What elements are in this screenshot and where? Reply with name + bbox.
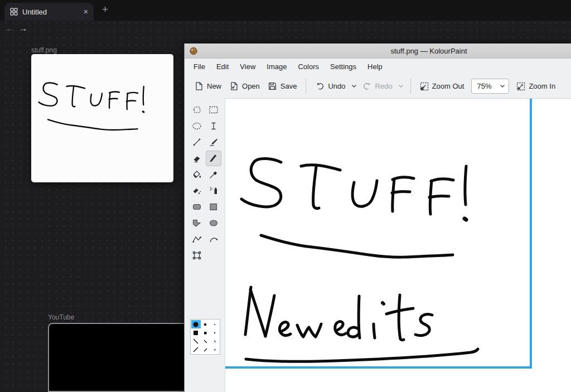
brush-slash-small[interactable] bbox=[210, 337, 219, 345]
chevron-down-icon bbox=[351, 84, 357, 88]
rounded-rectangle-icon bbox=[191, 201, 202, 212]
tool-curve[interactable] bbox=[206, 231, 221, 247]
curve-icon bbox=[208, 234, 219, 245]
menu-settings[interactable]: Settings bbox=[325, 60, 362, 74]
text-cursor-icon bbox=[208, 120, 219, 132]
open-document-icon bbox=[229, 81, 239, 91]
zoom-in-icon bbox=[516, 82, 525, 91]
zoom-in-button[interactable]: Zoom In bbox=[512, 79, 559, 94]
tab-bar: Untitled × + bbox=[0, 0, 571, 21]
tool-polygon[interactable] bbox=[189, 215, 205, 231]
free-form-selection-icon bbox=[191, 104, 202, 115]
ellipse-icon bbox=[208, 217, 219, 229]
stuff-thumbnail-drawing bbox=[31, 54, 173, 182]
brush-square-small[interactable] bbox=[210, 328, 219, 337]
menu-view[interactable]: View bbox=[234, 60, 261, 74]
menu-bar: File Edit View Image Colors Settings Hel… bbox=[185, 59, 571, 74]
brush-circle-small[interactable] bbox=[210, 320, 219, 328]
spraycan-icon bbox=[208, 185, 219, 196]
paint-bucket-icon bbox=[191, 169, 202, 180]
pen-icon bbox=[208, 137, 219, 148]
tool-ellipse[interactable] bbox=[206, 215, 221, 231]
image-canvas[interactable] bbox=[225, 99, 532, 369]
brush-backslash-large[interactable] bbox=[191, 345, 201, 354]
tool-text[interactable] bbox=[206, 118, 221, 134]
image-card-thumbnail[interactable] bbox=[31, 54, 173, 182]
new-tab-button[interactable]: + bbox=[102, 3, 108, 16]
canvas-scroll-area[interactable] bbox=[225, 98, 571, 392]
undo-icon bbox=[315, 81, 325, 91]
window-title: stuff.png — KolourPaint bbox=[390, 47, 467, 55]
menu-help[interactable]: Help bbox=[362, 60, 388, 74]
chevron-down-icon bbox=[500, 84, 505, 88]
close-icon[interactable]: × bbox=[84, 8, 88, 16]
tool-brush[interactable] bbox=[206, 151, 221, 166]
polygon-icon bbox=[191, 217, 202, 229]
open-button[interactable]: Open bbox=[225, 78, 264, 94]
menu-edit[interactable]: Edit bbox=[211, 60, 234, 74]
tool-rectangle[interactable] bbox=[206, 199, 221, 215]
save-button[interactable]: Save bbox=[264, 78, 301, 94]
tab-label: Untitled bbox=[22, 8, 47, 16]
tab-untitled[interactable]: Untitled × bbox=[4, 3, 94, 21]
title-bar[interactable]: stuff.png — KolourPaint bbox=[185, 43, 571, 59]
back-arrow-icon[interactable]: ← bbox=[6, 23, 14, 33]
zoom-out-button[interactable]: Zoom Out bbox=[416, 79, 468, 94]
tool-color-picker[interactable] bbox=[206, 167, 221, 182]
tool-selection-elliptical[interactable] bbox=[189, 118, 205, 134]
brush-backslash-medium[interactable] bbox=[201, 345, 210, 354]
save-floppy-icon bbox=[268, 81, 277, 91]
elliptical-selection-icon bbox=[191, 120, 202, 132]
tool-rounded-rectangle[interactable] bbox=[189, 199, 205, 215]
toolbar-separator bbox=[306, 79, 306, 94]
brush-backslash-small[interactable] bbox=[210, 345, 219, 354]
color-eraser-icon bbox=[191, 185, 202, 196]
menu-file[interactable]: File bbox=[188, 60, 211, 74]
tool-selection-rectangular[interactable] bbox=[206, 102, 221, 118]
menu-colors[interactable]: Colors bbox=[292, 60, 325, 74]
tool-line[interactable] bbox=[189, 134, 205, 150]
tool-spraycan[interactable] bbox=[206, 183, 221, 199]
zoom-handles-icon bbox=[191, 250, 202, 261]
redo-icon bbox=[362, 81, 372, 91]
whiteboard-canvas[interactable]: Untitled × + ← → stuff.png YouTube stuff… bbox=[0, 0, 571, 392]
zoom-level-value: 75% bbox=[477, 82, 500, 90]
eyedropper-icon bbox=[208, 169, 219, 180]
brush-circle-large[interactable] bbox=[191, 320, 201, 328]
rectangle-icon bbox=[208, 201, 219, 212]
toolbar-separator bbox=[410, 79, 411, 94]
tool-zoom[interactable] bbox=[189, 248, 205, 263]
kolourpaint-window: stuff.png — KolourPaint File Edit View I… bbox=[184, 43, 571, 392]
tool-eraser[interactable] bbox=[189, 151, 205, 166]
redo-button[interactable]: Redo bbox=[359, 78, 396, 94]
forward-arrow-icon[interactable]: → bbox=[19, 23, 27, 33]
undo-dropdown-chevron[interactable] bbox=[350, 81, 359, 91]
tool-pen[interactable] bbox=[206, 134, 221, 150]
image-card-label: stuff.png bbox=[31, 46, 57, 54]
tool-flood-fill[interactable] bbox=[189, 167, 205, 182]
redo-dropdown-chevron[interactable] bbox=[396, 81, 405, 91]
youtube-embed[interactable] bbox=[48, 323, 185, 392]
toolbar: New Open Save Undo bbox=[185, 74, 571, 98]
brush-shape-selector bbox=[190, 319, 220, 355]
tool-box bbox=[185, 98, 225, 392]
stuff-drawing bbox=[225, 99, 530, 366]
tool-selection-free-form[interactable] bbox=[189, 102, 205, 118]
chevron-down-icon bbox=[398, 84, 404, 88]
zoom-out-icon bbox=[420, 82, 429, 91]
eraser-icon bbox=[191, 153, 202, 164]
tool-color-eraser[interactable] bbox=[189, 183, 205, 199]
rectangular-selection-icon bbox=[208, 104, 219, 115]
brush-square-large[interactable] bbox=[191, 328, 201, 337]
undo-button[interactable]: Undo bbox=[311, 78, 349, 94]
brush-icon bbox=[208, 153, 219, 164]
menu-image[interactable]: Image bbox=[261, 60, 292, 74]
polyline-icon bbox=[191, 234, 202, 245]
tool-connected-lines[interactable] bbox=[189, 231, 205, 247]
brush-square-medium[interactable] bbox=[201, 328, 210, 337]
brush-slash-large[interactable] bbox=[191, 337, 201, 345]
brush-slash-medium[interactable] bbox=[201, 337, 210, 345]
zoom-level-combobox[interactable]: 75% bbox=[471, 79, 509, 94]
brush-circle-medium[interactable] bbox=[201, 320, 210, 328]
new-button[interactable]: New bbox=[190, 78, 225, 94]
